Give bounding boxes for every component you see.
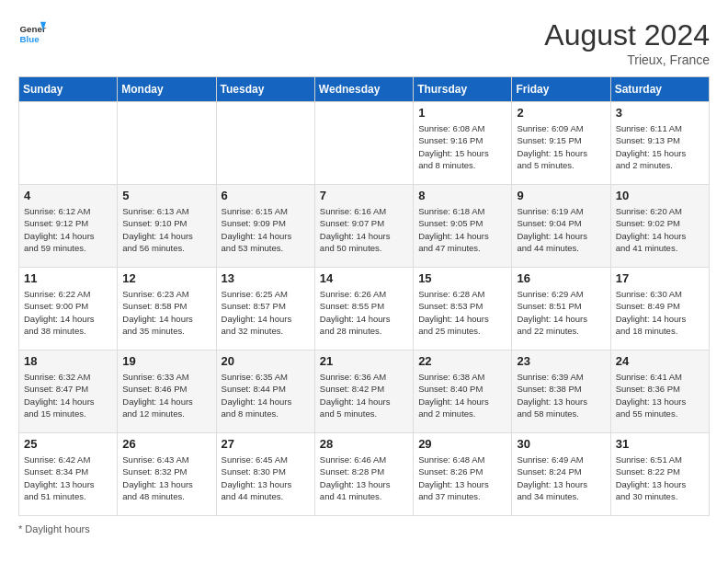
calendar-day-cell — [118, 102, 216, 185]
day-info: Sunrise: 6:36 AM Sunset: 8:42 PM Dayligh… — [320, 371, 408, 419]
day-info: Sunrise: 6:29 AM Sunset: 8:51 PM Dayligh… — [517, 288, 605, 337]
day-number: 8 — [418, 189, 506, 202]
day-info: Sunrise: 6:42 AM Sunset: 8:34 PM Dayligh… — [24, 454, 112, 502]
calendar-week-row: 25Sunrise: 6:42 AM Sunset: 8:34 PM Dayli… — [19, 433, 710, 516]
day-info: Sunrise: 6:20 AM Sunset: 9:02 PM Dayligh… — [616, 205, 704, 254]
calendar-day-cell — [216, 102, 314, 185]
day-info: Sunrise: 6:33 AM Sunset: 8:46 PM Dayligh… — [122, 371, 210, 419]
month-title: August 2024 — [544, 18, 710, 52]
day-info: Sunrise: 6:13 AM Sunset: 9:10 PM Dayligh… — [122, 205, 210, 254]
calendar-day-cell: 10Sunrise: 6:20 AM Sunset: 9:02 PM Dayli… — [610, 185, 709, 268]
calendar-day-header: Saturday — [610, 77, 709, 102]
day-number: 27 — [222, 437, 310, 451]
day-info: Sunrise: 6:51 AM Sunset: 8:22 PM Dayligh… — [616, 454, 704, 502]
day-number: 28 — [320, 437, 408, 451]
calendar-day-header: Tuesday — [216, 77, 314, 102]
day-info: Sunrise: 6:43 AM Sunset: 8:32 PM Dayligh… — [122, 454, 210, 502]
calendar-day-cell: 3Sunrise: 6:11 AM Sunset: 9:13 PM Daylig… — [610, 102, 709, 185]
day-number: 19 — [122, 354, 210, 368]
calendar-day-cell: 23Sunrise: 6:39 AM Sunset: 8:38 PM Dayli… — [512, 350, 610, 433]
calendar-week-row: 4Sunrise: 6:12 AM Sunset: 9:12 PM Daylig… — [19, 185, 710, 268]
calendar-day-cell: 31Sunrise: 6:51 AM Sunset: 8:22 PM Dayli… — [610, 433, 709, 516]
calendar-day-header: Friday — [512, 77, 610, 102]
day-info: Sunrise: 6:23 AM Sunset: 8:58 PM Dayligh… — [122, 288, 210, 337]
calendar-day-cell: 9Sunrise: 6:19 AM Sunset: 9:04 PM Daylig… — [512, 185, 610, 268]
day-number: 12 — [122, 271, 210, 285]
logo: General Blue — [18, 18, 46, 46]
calendar-day-cell: 30Sunrise: 6:49 AM Sunset: 8:24 PM Dayli… — [512, 433, 610, 516]
svg-text:Blue: Blue — [20, 34, 40, 44]
day-number: 11 — [24, 271, 112, 285]
calendar-body: 1Sunrise: 6:08 AM Sunset: 9:16 PM Daylig… — [19, 102, 710, 516]
day-number: 2 — [517, 106, 605, 120]
calendar-week-row: 11Sunrise: 6:22 AM Sunset: 9:00 PM Dayli… — [19, 268, 710, 350]
calendar-day-cell: 17Sunrise: 6:30 AM Sunset: 8:49 PM Dayli… — [610, 268, 709, 350]
day-number: 9 — [517, 189, 605, 202]
day-info: Sunrise: 6:35 AM Sunset: 8:44 PM Dayligh… — [222, 371, 310, 419]
calendar-day-cell: 28Sunrise: 6:46 AM Sunset: 8:28 PM Dayli… — [314, 433, 413, 516]
day-number: 5 — [122, 189, 210, 202]
calendar-day-cell: 5Sunrise: 6:13 AM Sunset: 9:10 PM Daylig… — [118, 185, 216, 268]
title-area: August 2024 Trieux, France — [544, 18, 710, 67]
calendar-day-header: Wednesday — [314, 77, 413, 102]
calendar-day-cell: 1Sunrise: 6:08 AM Sunset: 9:16 PM Daylig… — [414, 102, 512, 185]
day-number: 23 — [517, 354, 605, 368]
calendar-table: SundayMondayTuesdayWednesdayThursdayFrid… — [18, 76, 710, 516]
calendar-week-row: 18Sunrise: 6:32 AM Sunset: 8:47 PM Dayli… — [19, 350, 710, 433]
footer-note: * Daylight hours — [18, 523, 710, 534]
day-number: 15 — [418, 271, 506, 285]
day-info: Sunrise: 6:46 AM Sunset: 8:28 PM Dayligh… — [320, 454, 408, 502]
page-header: General Blue August 2024 Trieux, France — [18, 18, 710, 67]
calendar-day-cell: 19Sunrise: 6:33 AM Sunset: 8:46 PM Dayli… — [118, 350, 216, 433]
day-info: Sunrise: 6:32 AM Sunset: 8:47 PM Dayligh… — [24, 371, 112, 419]
day-info: Sunrise: 6:22 AM Sunset: 9:00 PM Dayligh… — [24, 288, 112, 337]
day-number: 3 — [616, 106, 704, 120]
calendar-day-cell: 6Sunrise: 6:15 AM Sunset: 9:09 PM Daylig… — [216, 185, 314, 268]
day-info: Sunrise: 6:26 AM Sunset: 8:55 PM Dayligh… — [320, 288, 408, 337]
calendar-day-cell: 14Sunrise: 6:26 AM Sunset: 8:55 PM Dayli… — [314, 268, 413, 350]
day-number: 24 — [616, 354, 704, 368]
calendar-day-cell: 27Sunrise: 6:45 AM Sunset: 8:30 PM Dayli… — [216, 433, 314, 516]
calendar-day-cell: 22Sunrise: 6:38 AM Sunset: 8:40 PM Dayli… — [414, 350, 512, 433]
day-info: Sunrise: 6:18 AM Sunset: 9:05 PM Dayligh… — [418, 205, 506, 254]
calendar-day-cell: 16Sunrise: 6:29 AM Sunset: 8:51 PM Dayli… — [512, 268, 610, 350]
calendar-day-cell: 18Sunrise: 6:32 AM Sunset: 8:47 PM Dayli… — [19, 350, 118, 433]
day-number: 22 — [418, 354, 506, 368]
day-info: Sunrise: 6:39 AM Sunset: 8:38 PM Dayligh… — [517, 371, 605, 419]
calendar-day-cell: 12Sunrise: 6:23 AM Sunset: 8:58 PM Dayli… — [118, 268, 216, 350]
calendar-day-cell: 21Sunrise: 6:36 AM Sunset: 8:42 PM Dayli… — [314, 350, 413, 433]
calendar-day-cell: 8Sunrise: 6:18 AM Sunset: 9:05 PM Daylig… — [414, 185, 512, 268]
day-number: 20 — [222, 354, 310, 368]
day-number: 14 — [320, 271, 408, 285]
day-number: 21 — [320, 354, 408, 368]
location: Trieux, France — [544, 52, 710, 67]
day-number: 13 — [222, 271, 310, 285]
calendar-day-header: Sunday — [19, 77, 118, 102]
calendar-day-cell: 24Sunrise: 6:41 AM Sunset: 8:36 PM Dayli… — [610, 350, 709, 433]
day-number: 4 — [24, 189, 112, 202]
day-info: Sunrise: 6:41 AM Sunset: 8:36 PM Dayligh… — [616, 371, 704, 419]
calendar-day-cell — [19, 102, 118, 185]
calendar-day-cell: 2Sunrise: 6:09 AM Sunset: 9:15 PM Daylig… — [512, 102, 610, 185]
calendar-day-cell: 4Sunrise: 6:12 AM Sunset: 9:12 PM Daylig… — [19, 185, 118, 268]
day-info: Sunrise: 6:45 AM Sunset: 8:30 PM Dayligh… — [222, 454, 310, 502]
day-info: Sunrise: 6:08 AM Sunset: 9:16 PM Dayligh… — [418, 122, 506, 171]
day-info: Sunrise: 6:48 AM Sunset: 8:26 PM Dayligh… — [418, 454, 506, 502]
calendar-day-cell: 26Sunrise: 6:43 AM Sunset: 8:32 PM Dayli… — [118, 433, 216, 516]
day-number: 31 — [616, 437, 704, 451]
day-number: 30 — [517, 437, 605, 451]
calendar-day-cell: 20Sunrise: 6:35 AM Sunset: 8:44 PM Dayli… — [216, 350, 314, 433]
calendar-day-header: Thursday — [414, 77, 512, 102]
calendar-day-cell — [314, 102, 413, 185]
day-info: Sunrise: 6:30 AM Sunset: 8:49 PM Dayligh… — [616, 288, 704, 337]
day-info: Sunrise: 6:16 AM Sunset: 9:07 PM Dayligh… — [320, 205, 408, 254]
calendar-day-cell: 15Sunrise: 6:28 AM Sunset: 8:53 PM Dayli… — [414, 268, 512, 350]
calendar-day-cell: 13Sunrise: 6:25 AM Sunset: 8:57 PM Dayli… — [216, 268, 314, 350]
day-number: 7 — [320, 189, 408, 202]
logo-icon: General Blue — [18, 18, 46, 46]
day-number: 10 — [616, 189, 704, 202]
calendar-day-header: Monday — [118, 77, 216, 102]
day-number: 16 — [517, 271, 605, 285]
calendar-day-cell: 25Sunrise: 6:42 AM Sunset: 8:34 PM Dayli… — [19, 433, 118, 516]
day-info: Sunrise: 6:38 AM Sunset: 8:40 PM Dayligh… — [418, 371, 506, 419]
